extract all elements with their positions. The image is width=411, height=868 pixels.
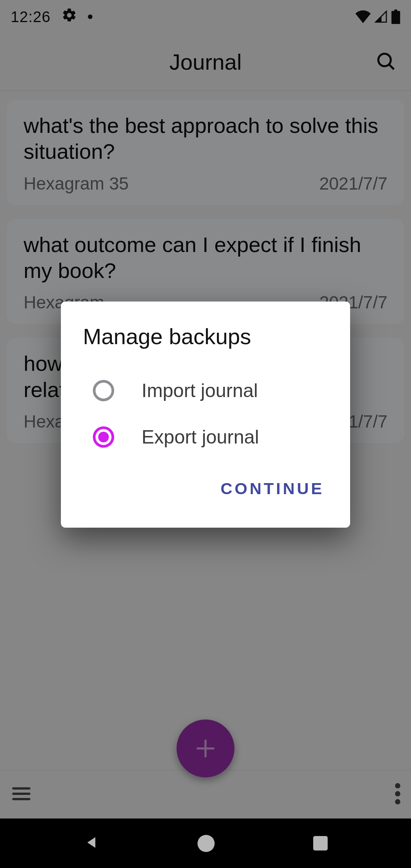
- back-icon[interactable]: [83, 834, 99, 852]
- option-label: Import journal: [142, 380, 258, 402]
- radio-unchecked-icon: [93, 380, 114, 401]
- radio-checked-icon: [93, 426, 114, 448]
- import-journal-option[interactable]: Import journal: [83, 380, 328, 402]
- dialog-actions: CONTINUE: [83, 472, 328, 505]
- export-journal-option[interactable]: Export journal: [83, 426, 328, 448]
- dialog-title: Manage backups: [83, 324, 328, 349]
- continue-button[interactable]: CONTINUE: [217, 472, 328, 505]
- system-nav-bar: [0, 819, 411, 868]
- option-label: Export journal: [142, 426, 259, 448]
- home-icon[interactable]: [198, 835, 215, 852]
- radio-inner-dot: [98, 432, 109, 442]
- screen: 12:26 Journal: [0, 0, 411, 868]
- manage-backups-dialog: Manage backups Import journal Export jou…: [61, 302, 350, 528]
- recents-icon[interactable]: [313, 836, 328, 850]
